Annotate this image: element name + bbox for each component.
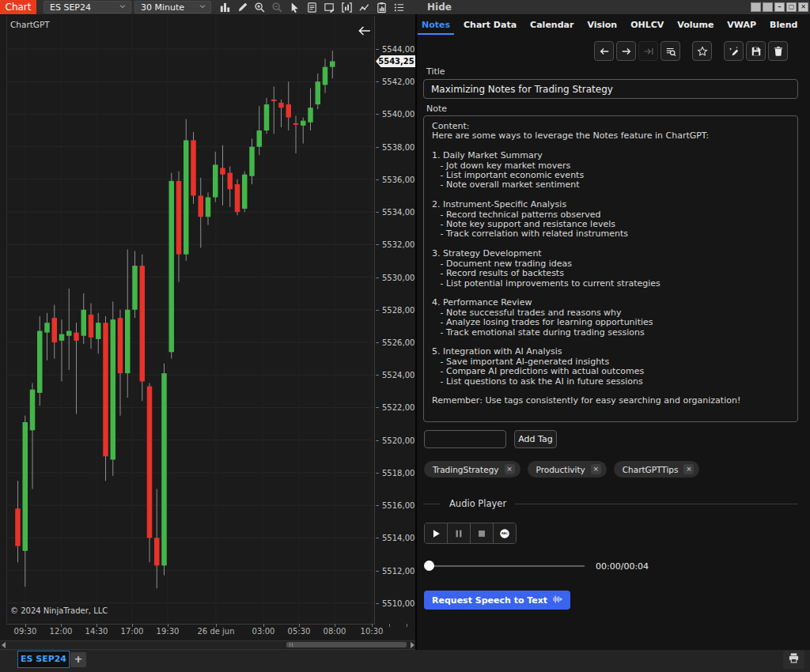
time-tick-label: 08:00 [324, 627, 346, 636]
delete-note-button[interactable] [768, 41, 788, 61]
price-tick [376, 603, 379, 604]
candlestick-chart[interactable] [0, 0, 415, 672]
price-tick-label: 5534,00 [382, 208, 414, 217]
printer-icon [788, 652, 800, 667]
next-note-button[interactable] [616, 41, 636, 61]
time-tick [407, 624, 407, 627]
stt-button-label: Request Speech to Text [432, 595, 547, 606]
record-button[interactable]: REC [494, 523, 516, 543]
tag-label: Productivity [536, 465, 585, 474]
price-tick [376, 310, 379, 311]
tag-label: TradingStrategy [433, 465, 499, 474]
window-buttons: –▢✕ [751, 2, 808, 12]
time-tick-label: 05:30 [288, 627, 311, 636]
remove-tag-button[interactable]: × [683, 464, 694, 474]
price-tick-label: 5516,00 [382, 501, 414, 510]
chart-watermark: ChartGPT [10, 20, 50, 29]
link-box-2[interactable] [763, 2, 773, 12]
price-tick [376, 342, 379, 343]
price-tick [376, 277, 379, 278]
price-tick-label: 5544,00 [382, 45, 414, 54]
price-tick [376, 505, 379, 506]
title-label: Title [426, 66, 445, 77]
audio-player-label: Audio Player [441, 498, 515, 509]
maximize-button[interactable]: ▢ [786, 2, 797, 12]
tab-notes[interactable]: Notes [420, 19, 452, 35]
tag-pill: TradingStrategy× [424, 461, 520, 478]
audio-controls: REC [424, 523, 517, 544]
price-tick-label: 5522,00 [382, 403, 414, 412]
time-tick-label: 03:00 [252, 627, 275, 636]
time-tick-label: 09:30 [14, 627, 37, 636]
print-button[interactable] [783, 651, 804, 669]
stop-button[interactable] [471, 523, 494, 543]
price-tick-label: 5512,00 [382, 566, 414, 575]
request-speech-to-text-button[interactable]: Request Speech to Text [424, 591, 570, 610]
ai-compose-button[interactable] [724, 41, 744, 61]
notes-toolbar [417, 41, 799, 61]
add-tab-button[interactable]: + [70, 652, 86, 667]
remove-tag-button[interactable]: × [505, 464, 515, 474]
price-tick-label: 5542,00 [382, 77, 414, 86]
pause-button[interactable] [448, 523, 471, 543]
price-tick-label: 5530,00 [382, 273, 414, 281]
time-tick-label: 17:00 [121, 627, 144, 636]
tags-row: TradingStrategy×Productivity×ChartGPTTip… [424, 461, 699, 478]
price-tick-label: 5538,00 [382, 142, 414, 151]
hide-panel-button[interactable]: Hide [427, 2, 452, 13]
audio-progress-handle[interactable] [424, 561, 434, 571]
note-content-textarea[interactable]: Content: Here are some ways to leverage … [423, 115, 798, 422]
previous-note-button[interactable] [594, 41, 614, 61]
scrollbar-grip [290, 643, 290, 647]
price-tick-label: 5536,00 [382, 175, 414, 183]
time-tick-label: 14:30 [85, 627, 108, 636]
tag-label: ChartGPTTips [623, 465, 679, 474]
scrollbar-left-arrow-icon[interactable] [0, 642, 7, 648]
time-tick-label: 19:30 [157, 627, 180, 636]
tag-input[interactable] [424, 430, 506, 448]
remove-tag-button[interactable]: × [591, 464, 601, 474]
waveform-icon [553, 595, 562, 606]
add-tag-button[interactable]: Add Tag [514, 430, 557, 448]
favorite-note-button[interactable] [692, 41, 712, 61]
play-button[interactable] [425, 523, 448, 543]
save-note-button[interactable] [746, 41, 766, 61]
price-tick [376, 147, 379, 148]
price-tick-label: 5540,00 [382, 110, 414, 119]
time-tick-label: 26 de jun [197, 627, 234, 636]
tab-volume[interactable]: Volume [676, 19, 715, 35]
price-tick [376, 81, 379, 82]
tab-chart-data[interactable]: Chart Data [462, 19, 518, 35]
tab-vision[interactable]: Vision [585, 19, 619, 35]
time-tick-label: 12:00 [50, 627, 73, 636]
tab-blend[interactable]: Blend [768, 19, 799, 35]
price-tick-label: 5514,00 [382, 534, 414, 542]
time-tick [389, 624, 390, 627]
note-title-input[interactable] [423, 79, 798, 99]
close-button[interactable]: ✕ [798, 2, 808, 12]
tab-es-sep24[interactable]: ES SEP24 [17, 651, 70, 668]
tab-ohlcv[interactable]: OHLCV [629, 19, 665, 35]
audio-progress-track[interactable] [429, 565, 585, 567]
time-tick-label: 10:30 [361, 627, 384, 636]
price-tick [376, 375, 379, 376]
link-box-1[interactable] [751, 2, 761, 12]
scrollbar-thumb[interactable] [286, 642, 407, 647]
price-tick [376, 473, 379, 474]
price-tick [376, 244, 379, 245]
price-tick [376, 49, 379, 50]
last-note-button[interactable] [638, 41, 658, 61]
price-tick [376, 179, 379, 180]
scrollbar-grip [292, 643, 293, 647]
bottom-tab-strip [0, 650, 810, 672]
audio-player-section: Audio Player [423, 498, 798, 509]
tab-calendar[interactable]: Calendar [528, 19, 575, 35]
back-arrow-icon[interactable] [354, 24, 373, 38]
copyright-text: © 2024 NinjaTrader, LLC [10, 606, 108, 615]
price-tick-label: 5524,00 [382, 371, 414, 379]
minimize-button[interactable]: – [774, 2, 785, 12]
search-notes-button[interactable] [660, 41, 680, 61]
tab-vwap[interactable]: VWAP [725, 19, 758, 35]
price-tick [376, 538, 379, 538]
tag-pill: ChartGPTTips× [614, 461, 700, 478]
